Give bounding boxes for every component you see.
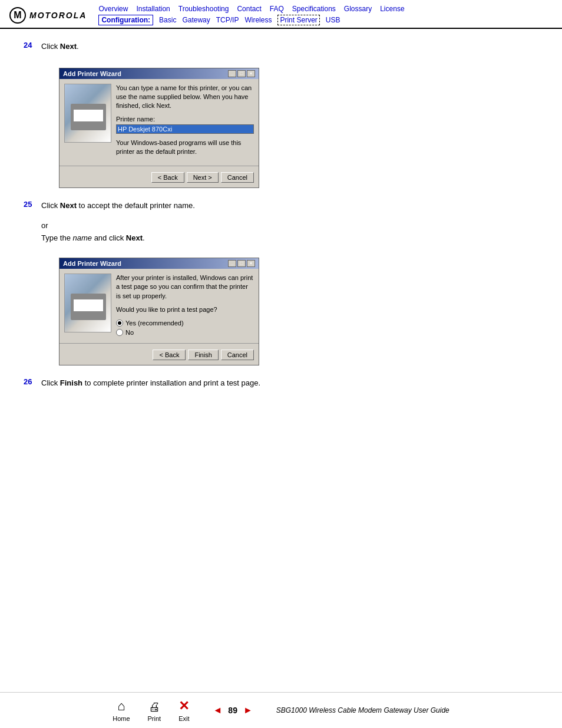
step-25-bold: Next	[60, 201, 77, 210]
wizard1-next-button[interactable]: Next >	[187, 172, 219, 183]
step-24-bold: Next	[60, 42, 77, 51]
config-label: Configuration:	[98, 15, 153, 25]
nav-basic[interactable]: Basic	[159, 16, 176, 24]
wizard-divider-2	[59, 343, 259, 344]
motorola-logo-text: MOTOROLA	[29, 11, 87, 20]
page-header: M MOTOROLA Overview Installation Trouble…	[0, 0, 562, 29]
printer-graphic-1	[65, 84, 111, 142]
page-number: 89	[228, 706, 237, 715]
exit-label: Exit	[178, 715, 189, 722]
nav-top-bar: Overview Installation Troubleshooting Co…	[98, 5, 404, 13]
exit-link[interactable]: ✕ Exit	[178, 699, 189, 722]
step-text-24: Click Next.	[41, 41, 79, 52]
wizard-image-2	[64, 274, 111, 332]
nav-specifications[interactable]: Specifications	[292, 5, 336, 13]
step-26-suffix: to complete printer installation and pri…	[82, 378, 260, 387]
radio-yes[interactable]: Yes (recommended)	[116, 319, 254, 327]
printer-name-input[interactable]	[116, 124, 254, 134]
radio-no-label: No	[125, 329, 134, 336]
nav-faq[interactable]: FAQ	[270, 5, 284, 13]
type-text: Type the name and click Next.	[41, 233, 538, 242]
radio-yes-button[interactable]	[116, 319, 123, 327]
radio-no-button[interactable]	[116, 329, 123, 336]
wizard-body-1: You can type a name for this printer, or…	[59, 79, 259, 166]
navigation-area: Overview Installation Troubleshooting Co…	[98, 5, 404, 25]
main-content: 24 Click Next. Add Printer Wizard _ □ × …	[0, 29, 562, 410]
maximize-button[interactable]: □	[237, 70, 246, 77]
page-navigation: ◄ 89 ►	[213, 705, 253, 716]
step-number-24: 24	[24, 41, 41, 50]
nav-license[interactable]: License	[380, 5, 404, 13]
print-icon: 🖨	[148, 700, 160, 714]
wizard2-finish-button[interactable]: Finish	[188, 350, 218, 360]
wizard2-cancel-button[interactable]: Cancel	[221, 350, 254, 360]
wizard-divider-1	[59, 166, 259, 166]
nav-usb[interactable]: USB	[326, 16, 340, 24]
wizard-window-1: Add Printer Wizard _ □ × You can type a …	[59, 68, 259, 189]
doc-title: SBG1000 Wireless Cable Modem Gateway Use…	[276, 706, 449, 714]
print-label: Print	[148, 715, 161, 722]
step-24-suffix: .	[77, 42, 79, 51]
nav-overview[interactable]: Overview	[98, 5, 128, 13]
exit-icon: ✕	[178, 699, 189, 714]
wizard-note-1: Your Windows-based programs will use thi…	[116, 139, 254, 157]
nav-tcpip[interactable]: TCP/IP	[216, 16, 239, 24]
minimize-button-2[interactable]: _	[228, 260, 236, 267]
minimize-button[interactable]: _	[228, 70, 236, 77]
wizard-titlebar-controls-2: _ □ ×	[228, 260, 255, 267]
footer-nav-icons: ⌂ Home 🖨 Print ✕ Exit	[113, 699, 189, 722]
wizard-radio-group: Yes (recommended) No	[116, 319, 254, 336]
wizard1-back-button[interactable]: < Back	[151, 172, 184, 183]
maximize-button-2[interactable]: □	[237, 260, 246, 267]
prev-page-arrow[interactable]: ◄	[213, 705, 223, 716]
home-icon: ⌂	[117, 699, 125, 714]
wizard-titlebar-1: Add Printer Wizard _ □ ×	[59, 68, 259, 79]
printer-graphic-2	[65, 274, 111, 332]
wizard-title-2: Add Printer Wizard	[63, 260, 121, 267]
motorola-symbol-icon: M	[9, 7, 26, 24]
nav-gateway[interactable]: Gateway	[182, 16, 210, 24]
nav-troubleshooting[interactable]: Troubleshooting	[178, 5, 229, 13]
wizard-titlebar-2: Add Printer Wizard _ □ ×	[59, 258, 259, 269]
step-26-bold: Finish	[60, 378, 82, 387]
or-text: or	[41, 221, 538, 230]
radio-no[interactable]: No	[116, 329, 254, 336]
wizard-content-2: After your printer is installed, Windows…	[116, 274, 254, 338]
wizard-footer-1: < Back Next > Cancel	[59, 170, 259, 187]
wizard-footer-2: < Back Finish Cancel	[59, 347, 259, 365]
type-italic-name: name	[72, 233, 92, 242]
nav-bottom-bar: Configuration: Basic Gateway TCP/IP Wire…	[98, 15, 404, 25]
step-25: 25 Click Next to accept the default prin…	[24, 200, 538, 212]
home-link[interactable]: ⌂ Home	[113, 699, 130, 722]
wizard-content-1: You can type a name for this printer, or…	[116, 84, 254, 162]
wizard-intro-2: After your printer is installed, Windows…	[116, 274, 254, 301]
wizard-image-1	[64, 84, 111, 143]
home-label: Home	[113, 715, 130, 722]
nav-contact[interactable]: Contact	[237, 5, 261, 13]
wizard-container-2: Add Printer Wizard _ □ × After your prin…	[59, 258, 259, 365]
wizard-titlebar-controls-1: _ □ ×	[228, 70, 255, 77]
wizard-title-1: Add Printer Wizard	[63, 70, 121, 77]
step-number-25: 25	[24, 200, 41, 209]
close-button[interactable]: ×	[247, 70, 255, 77]
nav-wireless[interactable]: Wireless	[244, 16, 272, 24]
wizard1-cancel-button[interactable]: Cancel	[221, 172, 254, 183]
type-period: .	[143, 233, 145, 242]
page-footer: ⌂ Home 🖨 Print ✕ Exit ◄ 89 ► SBG1000 Wir…	[0, 692, 562, 728]
wizard-intro-1: You can type a name for this printer, or…	[116, 84, 254, 111]
step-number-26: 26	[24, 377, 41, 386]
step-text-26: Click Finish to complete printer install…	[41, 377, 260, 389]
logo-area: M MOTOROLA	[9, 7, 87, 24]
nav-glossary[interactable]: Glossary	[344, 5, 372, 13]
step-text-25: Click Next to accept the default printer…	[41, 200, 195, 212]
wizard2-back-button[interactable]: < Back	[153, 350, 186, 360]
nav-installation[interactable]: Installation	[136, 5, 170, 13]
wizard-window-2: Add Printer Wizard _ □ × After your prin…	[59, 258, 259, 365]
print-link[interactable]: 🖨 Print	[148, 700, 161, 722]
wizard-body-2: After your printer is installed, Windows…	[59, 269, 259, 343]
close-button-2[interactable]: ×	[247, 260, 255, 267]
step-24: 24 Click Next.	[24, 41, 538, 52]
wizard-container-1: Add Printer Wizard _ □ × You can type a …	[59, 68, 259, 189]
nav-print-server[interactable]: Print Server	[277, 15, 319, 25]
next-page-arrow[interactable]: ►	[243, 705, 253, 716]
